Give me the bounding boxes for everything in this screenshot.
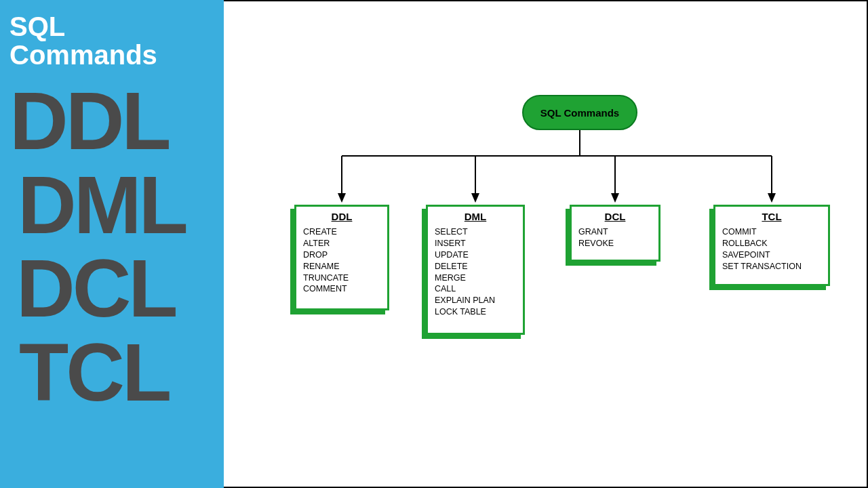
big-word-dml: DML <box>9 165 214 245</box>
list-item: SAVEPOINT <box>722 249 821 261</box>
list-item: DELETE <box>435 261 516 272</box>
category-items: CREATEALTERDROPRENAMETRUNCATECOMMENT <box>303 226 380 295</box>
box-front: DDL CREATEALTERDROPRENAMETRUNCATECOMMENT <box>294 205 389 310</box>
category-items: COMMITROLLBACKSAVEPOINTSET TRANSACTION <box>722 226 821 272</box>
box-front: DCL GRANTREVOKE <box>570 205 660 262</box>
title: SQL Commands <box>9 12 214 69</box>
list-item: ROLLBACK <box>722 238 821 249</box>
category-box-dcl: DCL GRANTREVOKE <box>570 205 660 262</box>
category-title: DCL <box>578 211 652 222</box>
category-title: DDL <box>303 211 380 222</box>
category-title: DML <box>435 211 516 222</box>
root-node-sql-commands: SQL Commands <box>522 95 637 130</box>
list-item: ALTER <box>303 238 380 249</box>
big-word-dcl: DCL <box>9 249 214 329</box>
list-item: SET TRANSACTION <box>722 261 821 272</box>
box-front: TCL COMMITROLLBACKSAVEPOINTSET TRANSACTI… <box>713 205 830 286</box>
list-item: TRUNCATE <box>303 272 380 284</box>
list-item: DROP <box>303 249 380 261</box>
big-word-tcl: TCL <box>9 333 214 413</box>
list-item: MERGE <box>435 272 516 284</box>
list-item: SELECT <box>435 226 516 238</box>
box-front: DML SELECTINSERTUPDATEDELETEMERGECALLEXP… <box>426 205 525 335</box>
category-title: TCL <box>722 211 821 222</box>
list-item: COMMENT <box>303 283 380 295</box>
list-item: CALL <box>435 283 516 295</box>
list-item: LOCK TABLE <box>435 306 516 318</box>
list-item: RENAME <box>303 261 380 272</box>
category-items: SELECTINSERTUPDATEDELETEMERGECALLEXPLAIN… <box>435 226 516 318</box>
list-item: INSERT <box>435 238 516 249</box>
diagram-area: SQL Commands DDL CREATEALTERDROPRENAMETR… <box>224 0 868 488</box>
category-box-tcl: TCL COMMITROLLBACKSAVEPOINTSET TRANSACTI… <box>713 205 830 286</box>
list-item: COMMIT <box>722 226 821 238</box>
big-word-ddl: DDL <box>9 81 214 161</box>
list-item: EXPLAIN PLAN <box>435 295 516 306</box>
list-item: GRANT <box>578 226 652 238</box>
list-item: REVOKE <box>578 238 652 249</box>
root-node-label: SQL Commands <box>540 107 619 119</box>
category-box-dml: DML SELECTINSERTUPDATEDELETEMERGECALLEXP… <box>426 205 525 335</box>
category-box-ddl: DDL CREATEALTERDROPRENAMETRUNCATECOMMENT <box>294 205 389 310</box>
list-item: CREATE <box>303 226 380 238</box>
category-items: GRANTREVOKE <box>578 226 652 249</box>
list-item: UPDATE <box>435 249 516 261</box>
left-panel: SQL Commands DDL DML DCL TCL <box>0 0 224 488</box>
